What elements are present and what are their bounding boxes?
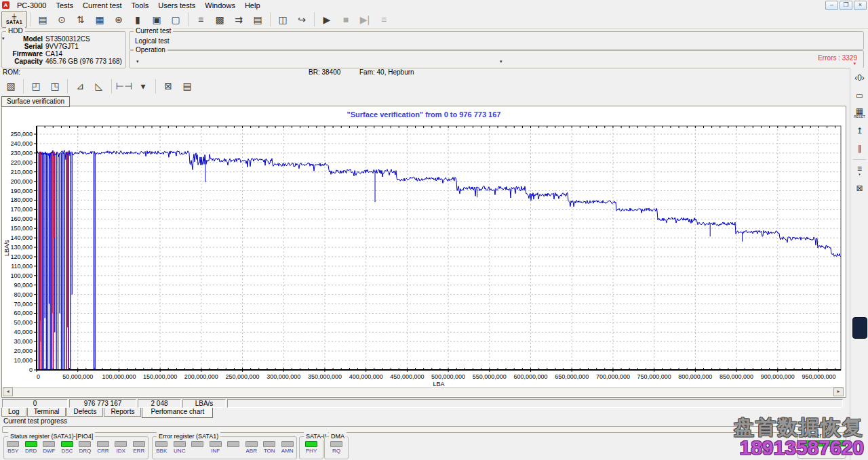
led-bsy: BSY bbox=[7, 441, 19, 454]
menu-item-users-tests[interactable]: Users tests bbox=[153, 1, 200, 10]
hdd-field-capacity: Capacity465.76 GB (976 773 168) bbox=[2, 58, 125, 65]
pause-icon[interactable]: ∥ bbox=[852, 141, 868, 156]
led-err: ERR bbox=[133, 441, 145, 454]
hex-viewer-icon[interactable]: ▦ bbox=[90, 11, 109, 28]
side-dark-button[interactable] bbox=[852, 317, 867, 339]
side-tools-icon[interactable]: ⊠ bbox=[852, 181, 868, 196]
menu-item-windows[interactable]: Windows bbox=[200, 1, 240, 10]
data-exchange-icon[interactable]: ⇅ bbox=[71, 11, 90, 28]
graph-rise-icon[interactable]: ⊿ bbox=[71, 77, 90, 95]
led-dsc: DSC bbox=[61, 441, 73, 454]
svg-text:80,000: 80,000 bbox=[14, 291, 33, 298]
scroll-right-icon[interactable]: ▸ bbox=[833, 388, 844, 396]
report-icon[interactable]: ▤ bbox=[178, 77, 197, 95]
led-5v: 5V bbox=[798, 440, 822, 453]
errors-dropdown-icon[interactable]: ▾ bbox=[853, 61, 856, 66]
menu-item-pc-3000[interactable]: PC-3000 bbox=[12, 1, 51, 10]
copy-windows-icon[interactable]: ◫ bbox=[273, 11, 292, 28]
toolbar-separator bbox=[853, 159, 866, 160]
restore-button[interactable]: ❐ bbox=[840, 1, 852, 10]
operation-dropdown-icon[interactable]: ▾ bbox=[136, 59, 139, 64]
surface-verification-chart[interactable]: 010,00020,00030,00040,00050,00060,00070,… bbox=[2, 106, 846, 388]
led-indicator bbox=[155, 441, 167, 447]
next-step-icon[interactable]: ▶| bbox=[355, 11, 374, 28]
save-profile-icon[interactable]: ▣ bbox=[147, 11, 166, 28]
scheme-icon[interactable]: ⇉ bbox=[229, 11, 248, 28]
utility-settings-icon[interactable]: ⊛ bbox=[109, 11, 128, 28]
errors-count-badge[interactable]: Errors : 3329 bbox=[818, 54, 857, 62]
counter-reset-icon[interactable]: ‹0› bbox=[852, 70, 868, 85]
led-indicator bbox=[97, 441, 109, 447]
led-indicator bbox=[330, 441, 342, 447]
scroll-left-icon[interactable]: ◂ bbox=[3, 388, 13, 396]
operation-panel: Operation ▾ ▾ bbox=[129, 50, 864, 68]
power-stand-icon[interactable]: ↥ bbox=[852, 123, 868, 138]
led-dwf: DWF bbox=[43, 441, 55, 454]
rom-chip-icon[interactable]: ▮ bbox=[128, 11, 147, 28]
menu-item-current-test[interactable]: Current test bbox=[78, 1, 126, 10]
range-dropdown-icon[interactable]: ▾ bbox=[134, 77, 153, 95]
menu-item-tools[interactable]: Tools bbox=[127, 1, 154, 10]
exit-icon[interactable]: ↪ bbox=[292, 11, 311, 28]
led-blank bbox=[227, 441, 239, 454]
range-select-icon[interactable]: ⊢⊣ bbox=[115, 77, 134, 95]
led-indicator bbox=[25, 441, 37, 447]
tab-terminal[interactable]: Terminal bbox=[27, 408, 66, 417]
led-drq: DRQ bbox=[79, 441, 91, 454]
hdd-fields: ModelST3500312CSSerial9VV7GJT1FirmwareCA… bbox=[2, 35, 125, 65]
svg-text:450,000,000: 450,000,000 bbox=[390, 373, 424, 380]
minimize-button[interactable]: – bbox=[825, 1, 838, 10]
tests-stack-icon[interactable]: ≡ bbox=[191, 11, 210, 28]
svg-text:120,000: 120,000 bbox=[10, 253, 33, 260]
terminal-list-icon[interactable]: ≡▾ bbox=[852, 163, 868, 178]
svg-text:700,000,000: 700,000,000 bbox=[596, 373, 630, 380]
svg-text:300,000,000: 300,000,000 bbox=[267, 373, 300, 380]
open-folder-icon[interactable]: ▢ bbox=[166, 11, 185, 28]
register-group-title: Error register (SATA1) bbox=[157, 432, 220, 440]
menu-items: PC-3000TestsCurrent testToolsUsers tests… bbox=[12, 1, 265, 10]
chart-horizontal-scrollbar[interactable]: ◂ ▸ bbox=[3, 387, 844, 396]
sata1-port-button[interactable]: ╪ SATA1 bbox=[1, 11, 27, 28]
svg-text:650,000,000: 650,000,000 bbox=[555, 373, 589, 380]
led-indicator bbox=[245, 441, 258, 447]
led-rq: RQ bbox=[330, 441, 342, 454]
stop-test-icon[interactable]: ■ bbox=[336, 11, 355, 28]
close-button[interactable]: × bbox=[854, 1, 867, 10]
led-ton: TON bbox=[263, 441, 275, 454]
operation-combo-arrow-icon[interactable]: ▾ bbox=[500, 59, 502, 64]
hdd-info-panel: HDD ModelST3500312CSSerial9VV7GJT1Firmwa… bbox=[1, 31, 126, 68]
drive-id-icon[interactable]: ⊙ bbox=[52, 11, 71, 28]
tab-defects[interactable]: Defects bbox=[66, 408, 103, 417]
start-test-icon[interactable]: ▶ bbox=[317, 11, 336, 28]
register-group-sata: SATA-IIPHY bbox=[299, 436, 323, 459]
svg-text:0: 0 bbox=[29, 367, 33, 373]
menu-item-help[interactable]: Help bbox=[240, 1, 265, 10]
reset-icon[interactable]: ▦RESET bbox=[852, 106, 868, 121]
led-indicator bbox=[191, 441, 203, 447]
report-list-icon[interactable]: ▤ bbox=[248, 11, 267, 28]
led-unc: UNC bbox=[174, 441, 186, 454]
save-graph-icon[interactable]: ◰ bbox=[26, 77, 45, 95]
toolbar-separator bbox=[314, 12, 315, 26]
utility-status-icon[interactable]: ▤ bbox=[33, 11, 52, 28]
script-run-icon[interactable]: ≡ bbox=[374, 11, 393, 28]
led-indicator bbox=[210, 441, 222, 447]
surface-grid-icon[interactable]: ▩ bbox=[210, 11, 229, 28]
tab-surface-verification[interactable]: Surface verification bbox=[1, 96, 70, 107]
test-settings-icon[interactable]: ▧ bbox=[1, 77, 20, 95]
tab-log[interactable]: Log bbox=[1, 408, 26, 417]
tab-reports[interactable]: Reports bbox=[104, 408, 141, 417]
tab-perfomance-chart[interactable]: Perfomance chart bbox=[142, 408, 213, 418]
test-tools-icon[interactable]: ⊠ bbox=[159, 77, 178, 95]
menu-item-tests[interactable]: Tests bbox=[51, 1, 78, 10]
card-reader-icon[interactable]: ▭ bbox=[852, 88, 868, 103]
hdd-select-arrow-icon[interactable]: ▾ bbox=[2, 36, 5, 41]
hdd-field-firmware: FirmwareCA14 bbox=[2, 50, 125, 58]
performance-chart-panel: "Surface verification" from 0 to 976 773… bbox=[1, 106, 846, 398]
register-group-title: Power bbox=[802, 432, 824, 440]
open-graph-icon[interactable]: ◳ bbox=[45, 77, 64, 95]
led-inf: INF bbox=[210, 441, 222, 454]
svg-text:500,000,000: 500,000,000 bbox=[431, 373, 465, 380]
graph-fall-icon[interactable]: ◺ bbox=[90, 77, 108, 95]
chart-toolbar: ▧◰◳⊿◺⊢⊣▾⊠▤ bbox=[0, 77, 851, 96]
